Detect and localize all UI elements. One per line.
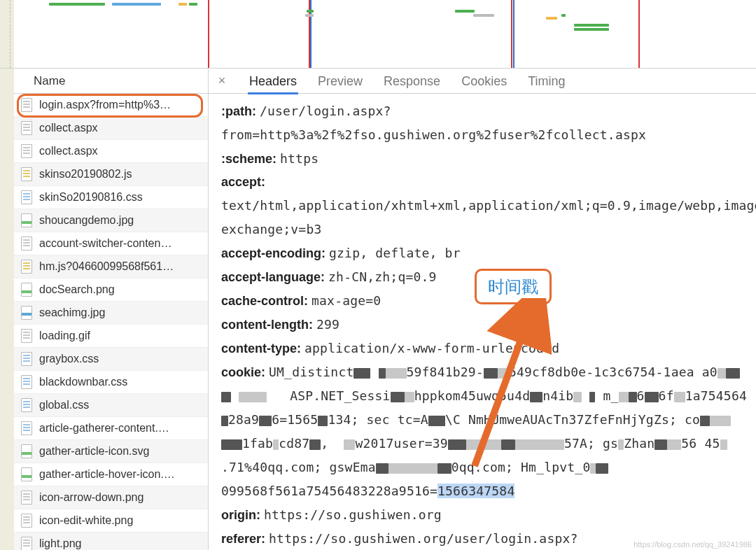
header-val-accept-language: zh-CN,zh;q=0.9 [328,269,437,284]
waterfall-bar [49,3,105,6]
request-name-label: icon-arrow-down.png [39,491,144,504]
header-key-cookie: cookie: [221,365,265,379]
request-details: × HeadersPreviewResponseCookiesTiming :p… [209,69,756,550]
request-row[interactable]: docSearch.png [14,278,208,302]
request-row[interactable]: light.png [14,533,208,550]
waterfall-bar [574,28,609,31]
request-name-label: global.css [39,399,89,411]
waterfall-blueline [513,0,514,68]
request-name-label: gather-article-icon.svg [39,445,149,458]
request-name-label: icon-edit-white.png [39,514,133,527]
request-row[interactable]: gather-article-icon.svg [14,440,208,463]
waterfall-redline [208,0,209,68]
file-icon [21,491,32,505]
header-key-content-length: content-length: [221,318,313,332]
waterfall-bar [455,10,475,13]
file-icon [21,144,32,158]
header-val-path: /user/login.aspx?from=http%3a%2f%2fso.gu… [221,104,646,142]
tab-cookies[interactable]: Cookies [461,69,507,94]
file-icon [21,329,32,343]
file-icon [21,213,32,227]
header-key-referer: referer: [221,532,265,546]
request-row[interactable]: seachimg.jpg [14,302,208,325]
request-row[interactable]: skinSo20190816.css [14,186,208,209]
request-name-label: seachimg.jpg [39,306,105,319]
tab-timing[interactable]: Timing [528,69,565,94]
waterfall-bar [546,17,557,20]
file-icon [21,444,32,458]
header-val-referer: https://so.gushiwen.org/user/login.aspx?… [221,531,646,550]
network-waterfall[interactable] [0,0,756,69]
waterfall-bar [307,10,314,13]
request-row[interactable]: article-gatherer-content.… [14,417,208,440]
request-row[interactable]: global.css [14,394,208,417]
request-row[interactable]: account-switcher-conten… [14,232,208,255]
request-row[interactable]: collect.aspx [14,117,208,140]
request-name-label: article-gatherer-content.… [39,422,169,435]
request-row[interactable]: graybox.css [14,348,208,371]
header-key-cache-control: cache-control: [221,294,308,308]
file-icon [21,537,32,550]
watermark-text: https://blog.csdn.net/qq_39241986 [634,540,752,549]
request-row[interactable]: login.aspx?from=http%3… [14,94,208,117]
names-gutter [0,69,14,550]
waterfall-bar [189,3,197,6]
request-row[interactable]: gather-article-hover-icon.… [14,463,208,486]
waterfall-redline [638,0,640,68]
request-name-label: light.png [39,537,82,550]
file-icon [21,514,32,528]
request-row[interactable]: loading.gif [14,325,208,348]
header-val-cookie: UM_distinct 59f841b29-549cf8db0e-1c3c675… [221,365,747,498]
request-row[interactable]: icon-edit-white.png [14,509,208,533]
tab-response[interactable]: Response [384,69,440,94]
file-icon [21,167,32,181]
request-row[interactable]: shoucangdemo.jpg [14,209,208,232]
request-name-label: docSearch.png [39,283,115,296]
request-name-label: graybox.css [39,353,99,365]
header-val-content-type: application/x-www-form-urlencoded [304,341,559,355]
request-row[interactable]: skinso20190802.js [14,163,208,186]
header-val-content-length: 299 [316,317,340,332]
file-icon [21,352,32,366]
header-val-cache-control: max-age=0 [312,293,381,308]
tab-headers[interactable]: Headers [249,69,297,94]
header-key-content-type: content-type: [221,341,301,355]
header-key-origin: origin: [221,508,260,522]
request-name-label: blackdownbar.css [39,376,127,388]
waterfall-bar [112,3,161,6]
request-list[interactable]: login.aspx?from=http%3…collect.aspxcolle… [14,94,208,550]
request-name-label: gather-article-hover-icon.… [39,468,175,481]
waterfall-bar [473,14,494,17]
request-name-label: shoucangdemo.jpg [39,214,134,227]
waterfall-gutter [0,0,14,68]
header-key-scheme: :scheme: [221,152,276,166]
header-row-cookie: cookie: UM_distinct 59f841b29-549cf8db0e… [221,360,748,503]
header-val-origin: https://so.gushiwen.org [264,507,442,522]
headers-panel[interactable]: :path: /user/login.aspx?from=http%3a%2f%… [209,94,756,550]
request-name-label: hm.js?04660099568f561… [39,260,174,273]
request-row[interactable]: hm.js?04660099568f561… [14,255,208,278]
request-name-label: skinSo20190816.css [39,191,143,204]
file-icon [21,237,32,251]
header-val-accept: text/html,application/xhtml+xml,applicat… [221,198,756,237]
waterfall-bar [305,14,314,17]
file-icon [21,98,32,112]
file-icon [21,398,32,412]
waterfall-bar [574,24,609,27]
tab-preview[interactable]: Preview [318,69,363,94]
request-row[interactable]: blackdownbar.css [14,371,208,394]
close-icon[interactable]: × [216,73,228,88]
request-name-column: Name login.aspx?from=http%3…collect.aspx… [0,69,209,550]
request-name-label: account-switcher-conten… [39,237,172,250]
header-key-accept: accept: [221,175,265,189]
request-name-label: loading.gif [39,330,90,342]
file-icon [21,467,32,481]
name-column-header[interactable]: Name [14,69,208,94]
request-row[interactable]: collect.aspx [14,140,208,163]
request-row[interactable]: icon-arrow-down.png [14,486,208,509]
file-icon [21,283,32,297]
file-icon [21,421,32,435]
file-icon [21,375,32,389]
request-name-label: login.aspx?from=http%3… [39,99,171,111]
waterfall-bar [178,3,187,6]
